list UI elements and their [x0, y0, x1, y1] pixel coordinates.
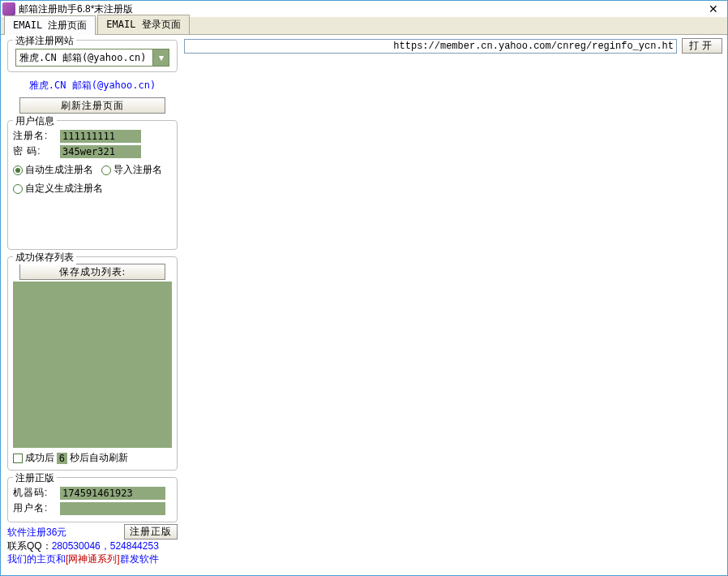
url-field[interactable] [184, 39, 677, 54]
save-list-label: 成功保存列表 [13, 251, 76, 264]
open-url-button[interactable]: 打开 [682, 38, 722, 54]
homepage-link[interactable]: 我们的主页和 [7, 553, 66, 565]
price-link[interactable]: 软件注册36元 [7, 526, 66, 539]
password-input[interactable] [60, 145, 141, 158]
refresh-register-page-button[interactable]: 刷新注册页面 [19, 97, 165, 114]
register-genuine-label: 注册正版 [13, 471, 57, 485]
tab-email-register[interactable]: EMAIL 注册页面 [4, 15, 96, 35]
regname-input[interactable] [60, 130, 141, 143]
radio-auto-generate[interactable]: 自动生成注册名 [13, 163, 93, 177]
contact-label: 联系QQ： [7, 540, 52, 552]
machine-code-label: 机器码: [13, 486, 55, 500]
save-success-list-button[interactable]: 保存成功列表: [19, 264, 165, 280]
close-icon[interactable]: ✕ [701, 2, 726, 16]
register-genuine-group: 注册正版 机器码: 用户名: [7, 477, 178, 522]
window-title: 邮箱注册助手6.8*末注册版 [19, 2, 701, 16]
user-info-group: 用户信息 注册名: 密 码: 自动生成注册名 导入注册名 [7, 120, 178, 250]
radio-icon [101, 165, 111, 175]
register-genuine-button[interactable]: 注册正版 [124, 524, 178, 539]
radio-auto-label: 自动生成注册名 [25, 163, 93, 177]
tabstrip: EMAIL 注册页面 EMAIL 登录页面 [1, 17, 727, 35]
radio-custom[interactable]: 自定义生成注册名 [13, 182, 103, 196]
main-pane: 打开 [181, 35, 727, 575]
selected-site-link[interactable]: 雅虎.CN 邮箱(@yahoo.cn) [7, 79, 178, 92]
username-input[interactable] [60, 502, 165, 515]
seconds-value[interactable]: 6 [57, 453, 67, 464]
site-dropdown-value: 雅虎.CN 邮箱(@yahoo.cn) [15, 49, 153, 67]
user-info-label: 用户信息 [13, 114, 57, 128]
after-success-text1: 成功后 [25, 451, 54, 465]
app-window: 邮箱注册助手6.8*末注册版 ✕ EMAIL 注册页面 EMAIL 登录页面 选… [0, 0, 728, 576]
radio-custom-label: 自定义生成注册名 [25, 182, 103, 196]
chevron-down-icon[interactable]: ▾ [153, 49, 169, 67]
username-label: 用户名: [13, 501, 55, 515]
footer-links: 软件注册36元 注册正版 联系QQ：280530046，524844253 我们… [7, 524, 178, 565]
radio-import[interactable]: 导入注册名 [101, 163, 162, 177]
site-select-label: 选择注册网站 [13, 34, 76, 48]
site-dropdown[interactable]: 雅虎.CN 邮箱(@yahoo.cn) ▾ [15, 49, 169, 67]
contact-qq-link[interactable]: 280530046，524844253 [52, 540, 159, 552]
product-series-link[interactable]: [网神通系列] [66, 553, 120, 565]
after-success-text2: 秒后自动刷新 [70, 451, 128, 465]
radio-import-label: 导入注册名 [113, 163, 162, 177]
content-area: 选择注册网站 雅虎.CN 邮箱(@yahoo.cn) ▾ 雅虎.CN 邮箱(@y… [1, 35, 727, 575]
save-list-group: 成功保存列表 保存成功列表: 成功后 6 秒后自动刷新 [7, 256, 178, 471]
site-select-group: 选择注册网站 雅虎.CN 邮箱(@yahoo.cn) ▾ [7, 40, 178, 72]
radio-icon [13, 184, 23, 194]
auto-refresh-checkbox[interactable] [13, 453, 23, 463]
machine-code-input[interactable] [60, 487, 165, 500]
tab-email-login[interactable]: EMAIL 登录页面 [97, 15, 189, 34]
radio-icon [13, 165, 23, 175]
success-list-area[interactable] [13, 282, 172, 448]
app-icon [2, 2, 15, 15]
sidebar: 选择注册网站 雅虎.CN 邮箱(@yahoo.cn) ▾ 雅虎.CN 邮箱(@y… [1, 35, 181, 575]
password-label: 密 码: [13, 144, 55, 158]
mass-send-link[interactable]: 群发软件 [120, 553, 159, 565]
regname-label: 注册名: [13, 129, 55, 143]
